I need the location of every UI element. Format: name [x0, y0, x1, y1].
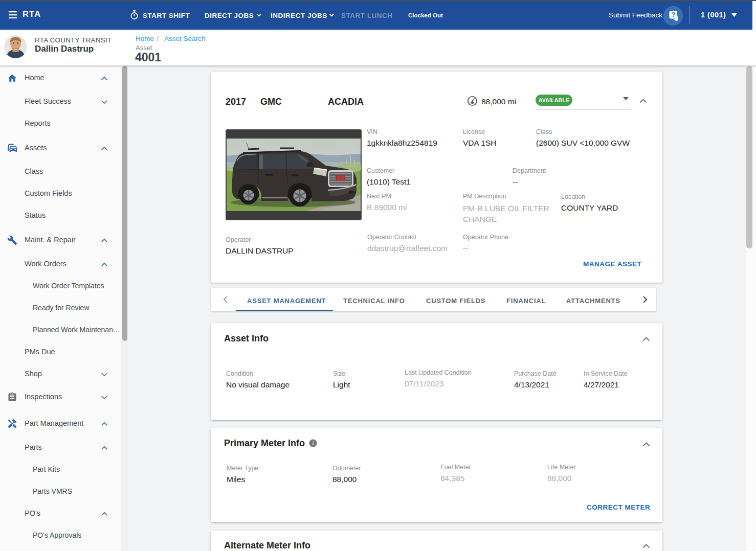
svg-text:?: ? [671, 11, 675, 18]
